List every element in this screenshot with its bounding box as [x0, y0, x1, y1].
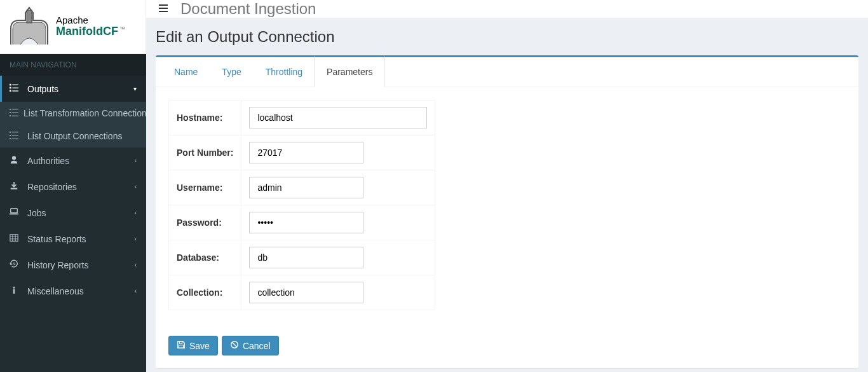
logo-icon: [8, 6, 52, 48]
main-area: Document Ingestion Edit an Output Connec…: [146, 0, 868, 372]
page-title: Edit an Output Connection: [156, 28, 858, 46]
svg-line-36: [232, 343, 236, 347]
svg-rect-16: [12, 135, 18, 136]
cancel-button-label: Cancel: [243, 341, 271, 351]
chevron-left-icon: ‹: [135, 261, 137, 268]
sidebar-item-label: Repositories: [27, 182, 77, 192]
svg-rect-8: [12, 109, 18, 109]
chevron-left-icon: ‹: [135, 157, 137, 164]
topbar: Document Ingestion: [146, 0, 868, 18]
button-row: Save Cancel: [156, 336, 858, 368]
form-panel: Name Type Throttling Parameters Hostname…: [156, 55, 858, 368]
sidebar-item-repositories[interactable]: Repositories ‹: [0, 174, 146, 200]
port-input[interactable]: [249, 142, 363, 163]
save-button-label: Save: [189, 341, 210, 351]
topbar-title: Document Ingestion: [180, 0, 316, 18]
chevron-left-icon: ‹: [135, 235, 137, 242]
sidebar-item-list-output[interactable]: List Output Connections: [0, 125, 146, 148]
tabs: Name Type Throttling Parameters: [156, 57, 858, 87]
svg-rect-4: [12, 88, 18, 88]
sidebar-item-list-transformation[interactable]: List Transformation Connections: [0, 102, 146, 125]
logo-text-line1: Apache: [56, 15, 124, 26]
hostname-label: Hostname:: [169, 100, 241, 135]
sidebar-item-status-reports[interactable]: Status Reports ‹: [0, 226, 146, 252]
sidebar: Apache ManifoldCF™ MAIN NAVIGATION Outpu…: [0, 0, 146, 372]
hostname-input[interactable]: [249, 107, 427, 128]
svg-rect-22: [10, 214, 18, 215]
tab-body-parameters: Hostname: Port Number: Username: Pa: [156, 87, 858, 336]
logo-trademark: ™: [119, 26, 125, 32]
sidebar-item-label: List Output Connections: [27, 131, 122, 141]
svg-rect-30: [159, 4, 168, 6]
user-icon: [10, 155, 22, 166]
parameters-table: Hostname: Port Number: Username: Pa: [168, 100, 435, 310]
logo-text-line2: ManifoldCF: [56, 25, 118, 38]
database-input[interactable]: [249, 247, 363, 268]
svg-rect-7: [10, 109, 11, 110]
tab-name[interactable]: Name: [162, 55, 210, 87]
svg-rect-3: [10, 87, 11, 89]
cancel-button[interactable]: Cancel: [222, 336, 279, 355]
hamburger-icon: [159, 4, 168, 12]
sidebar-toggle-button[interactable]: [159, 4, 168, 14]
list-icon: [10, 108, 18, 118]
username-input[interactable]: [249, 177, 363, 198]
sidebar-item-label: Miscellaneous: [27, 286, 84, 296]
sidebar-item-history-reports[interactable]: History Reports ‹: [0, 252, 146, 278]
outputs-icon: [10, 83, 22, 94]
sidebar-item-outputs[interactable]: Outputs ▾: [0, 76, 146, 102]
svg-rect-21: [11, 209, 18, 213]
sidebar-item-label: List Transformation Connections: [24, 108, 146, 118]
svg-rect-18: [12, 139, 18, 139]
svg-rect-2: [12, 85, 18, 85]
svg-rect-11: [10, 115, 11, 116]
svg-rect-17: [10, 138, 11, 139]
sidebar-item-label: Authorities: [27, 156, 69, 166]
svg-rect-6: [12, 90, 18, 91]
chevron-left-icon: ‹: [135, 183, 137, 190]
sidebar-item-jobs[interactable]: Jobs ‹: [0, 200, 146, 226]
port-label: Port Number:: [169, 135, 241, 170]
tab-parameters[interactable]: Parameters: [315, 55, 384, 87]
logo[interactable]: Apache ManifoldCF™: [0, 0, 146, 54]
password-label: Password:: [169, 205, 241, 240]
content: Edit an Output Connection Name Type Thro…: [146, 18, 868, 372]
list-icon: [10, 131, 22, 141]
sidebar-item-label: Jobs: [27, 208, 46, 218]
svg-rect-14: [12, 132, 18, 132]
download-icon: [10, 181, 22, 192]
password-input[interactable]: [249, 212, 363, 233]
svg-rect-5: [10, 90, 11, 92]
chevron-down-icon: ▾: [133, 85, 137, 92]
svg-rect-13: [10, 132, 11, 133]
chevron-left-icon: ‹: [135, 209, 137, 216]
save-button[interactable]: Save: [168, 336, 218, 355]
sidebar-sub-outputs: List Transformation Connections List Out…: [0, 102, 146, 148]
save-icon: [177, 340, 186, 351]
svg-rect-29: [13, 289, 15, 294]
svg-rect-15: [10, 135, 11, 136]
svg-rect-0: [27, 10, 32, 23]
svg-rect-20: [11, 188, 18, 189]
tab-type[interactable]: Type: [210, 55, 253, 87]
sidebar-item-label: Outputs: [27, 84, 58, 94]
table-icon: [10, 233, 22, 244]
tab-throttling[interactable]: Throttling: [254, 55, 315, 87]
svg-rect-9: [10, 112, 11, 113]
chevron-left-icon: ‹: [135, 287, 137, 294]
svg-point-19: [12, 156, 16, 160]
svg-rect-32: [159, 11, 168, 12]
collection-label: Collection:: [169, 275, 241, 310]
nav-header: MAIN NAVIGATION: [0, 54, 146, 76]
database-label: Database:: [169, 240, 241, 275]
sidebar-item-authorities[interactable]: Authorities ‹: [0, 148, 146, 174]
history-icon: [10, 259, 22, 270]
sidebar-item-label: Status Reports: [27, 234, 86, 244]
sidebar-item-label: History Reports: [27, 260, 88, 270]
laptop-icon: [10, 207, 22, 218]
info-icon: [10, 286, 22, 296]
svg-rect-31: [159, 8, 168, 9]
svg-rect-10: [12, 113, 18, 113]
sidebar-item-miscellaneous[interactable]: Miscellaneous ‹: [0, 278, 146, 304]
collection-input[interactable]: [249, 282, 363, 303]
